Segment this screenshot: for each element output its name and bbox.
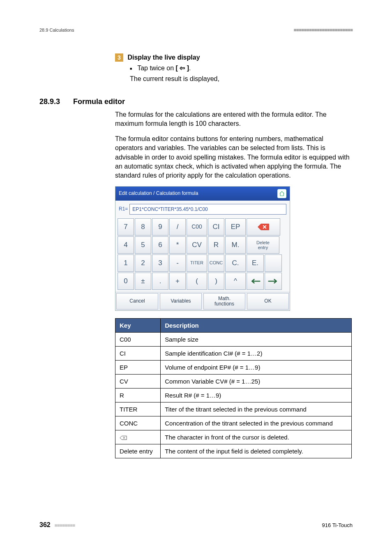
- table-row: The character in front of the cursor is …: [115, 430, 352, 444]
- table-desc-cell: The content of the input field is delete…: [161, 444, 352, 458]
- table-desc-cell: Sample identification CI# (# = 1…2): [161, 346, 352, 360]
- formula-editor: Edit calculation / Calculation formula R…: [115, 186, 290, 311]
- arrow-left-icon: [250, 278, 261, 284]
- keypad: 7 8 9 / C00 CI EP 4: [115, 218, 290, 292]
- table-desc-cell: Common Variable CV# (# = 1…25): [161, 374, 352, 388]
- key-multiply[interactable]: *: [169, 236, 186, 254]
- table-key-cell: CONC: [115, 416, 161, 430]
- math-functions-label: Math. functions: [214, 296, 234, 306]
- th-description: Description: [161, 318, 352, 332]
- table-desc-cell: Volume of endpoint EP# (# = 1…9): [161, 360, 352, 374]
- table-desc-cell: Result R# (# = 1…9): [161, 388, 352, 402]
- key-3[interactable]: 3: [152, 254, 168, 272]
- table-key-cell: R: [115, 388, 161, 402]
- formula-input[interactable]: [129, 204, 286, 215]
- key-plus[interactable]: +: [169, 273, 186, 290]
- key-c00[interactable]: C00: [187, 218, 207, 236]
- formula-editor-titlebar: Edit calculation / Calculation formula: [115, 187, 290, 201]
- key-m[interactable]: M.: [225, 236, 246, 254]
- table-row: EPVolume of endpoint EP# (# = 1…9): [115, 360, 352, 374]
- key-titer[interactable]: TITER: [187, 254, 207, 272]
- key-plusminus[interactable]: ±: [135, 273, 151, 290]
- formula-editor-title: Edit calculation / Calculation formula: [119, 190, 198, 197]
- footer-product: 916 Ti-Touch: [322, 522, 353, 528]
- key-6[interactable]: 6: [152, 236, 168, 254]
- key-9[interactable]: 9: [152, 218, 168, 236]
- key-cursor-right[interactable]: [265, 273, 282, 290]
- section-number: 28.9.3: [39, 97, 73, 106]
- table-key-cell: CI: [115, 346, 161, 360]
- table-row: CVCommon Variable CV# (# = 1…25): [115, 374, 352, 388]
- table-key-cell: [115, 430, 161, 444]
- cancel-button[interactable]: Cancel: [116, 293, 158, 310]
- table-desc-cell: Sample size: [161, 332, 352, 346]
- step-result: The current result is displayed,: [130, 75, 353, 83]
- table-desc-cell: Titer of the titrant selected in the pre…: [161, 402, 352, 416]
- header-ornament: ■■■■■■■■■■■■■■■■■■■■■■■: [293, 27, 353, 33]
- home-icon: [279, 191, 285, 197]
- key-blank[interactable]: [265, 254, 282, 272]
- table-row: CISample identification CI# (# = 1…2): [115, 346, 352, 360]
- backspace-icon: [257, 223, 270, 231]
- table-row: CONCConcentration of the titrant selecte…: [115, 416, 352, 430]
- backspace-icon: [120, 434, 127, 441]
- arrow-right-icon: [268, 278, 279, 284]
- key-4[interactable]: 4: [118, 236, 134, 254]
- paragraph-2: The formula editor contains buttons for …: [115, 134, 352, 180]
- key-r[interactable]: R: [208, 236, 224, 254]
- key-backspace[interactable]: [247, 218, 280, 236]
- key-c[interactable]: C.: [225, 254, 246, 272]
- table-desc-cell: The character in front of the cursor is …: [161, 430, 352, 444]
- key-e[interactable]: E.: [247, 254, 264, 272]
- home-button[interactable]: [277, 189, 286, 198]
- step-title: Display the live display: [127, 54, 200, 61]
- key-conc[interactable]: CONC: [208, 254, 224, 272]
- variables-button[interactable]: Variables: [160, 293, 202, 310]
- key-0[interactable]: 0: [118, 273, 134, 290]
- ok-button[interactable]: OK: [247, 293, 289, 310]
- key-5[interactable]: 5: [135, 236, 151, 254]
- th-key: Key: [115, 318, 161, 332]
- table-key-cell: CV: [115, 374, 161, 388]
- key-close-paren[interactable]: ): [208, 273, 224, 290]
- key-dot[interactable]: .: [152, 273, 168, 290]
- header-section: 28.9 Calculations: [39, 28, 74, 32]
- section-title: Formula editor: [73, 97, 125, 106]
- key-ci[interactable]: CI: [208, 218, 224, 236]
- table-row: Delete entryThe content of the input fie…: [115, 444, 352, 458]
- step-bullet-post: .: [189, 65, 191, 72]
- paragraph-1: The formulas for the calculations are en…: [115, 110, 352, 129]
- table-key-cell: TITER: [115, 402, 161, 416]
- back-key-label: [ ⇦ ]: [176, 64, 189, 72]
- table-row: C00Sample size: [115, 332, 352, 346]
- key-cursor-left[interactable]: [247, 273, 264, 290]
- step-number-badge: 3: [115, 53, 123, 62]
- key-1[interactable]: 1: [118, 254, 134, 272]
- key-minus[interactable]: -: [169, 254, 186, 272]
- key-7[interactable]: 7: [118, 218, 134, 236]
- table-key-cell: Delete entry: [115, 444, 161, 458]
- key-description-table: Key Description C00Sample sizeCISample i…: [115, 318, 352, 458]
- key-8[interactable]: 8: [135, 218, 151, 236]
- math-functions-button[interactable]: Math. functions: [203, 293, 245, 310]
- table-row: TITERTiter of the titrant selected in th…: [115, 402, 352, 416]
- key-power[interactable]: ^: [225, 273, 246, 290]
- key-2[interactable]: 2: [135, 254, 151, 272]
- formula-prefix: R1=: [119, 206, 128, 213]
- key-cv[interactable]: CV: [187, 236, 207, 254]
- page-number: 362: [39, 521, 51, 528]
- key-divide[interactable]: /: [169, 218, 186, 236]
- key-ep[interactable]: EP: [225, 218, 246, 236]
- table-desc-cell: Concentration of the titrant selected in…: [161, 416, 352, 430]
- delete-entry-label: Deleteentry: [256, 240, 270, 250]
- step-bullet-pre: Tap twice on: [137, 65, 175, 72]
- table-row: RResult R# (# = 1…9): [115, 388, 352, 402]
- key-open-paren[interactable]: (: [187, 273, 207, 290]
- table-key-cell: C00: [115, 332, 161, 346]
- step-bullet: Tap twice on [ ⇦ ].: [130, 64, 353, 72]
- table-key-cell: EP: [115, 360, 161, 374]
- footer-ornament: ■■■■■■■■: [54, 523, 75, 528]
- key-delete-entry[interactable]: Deleteentry: [247, 236, 279, 254]
